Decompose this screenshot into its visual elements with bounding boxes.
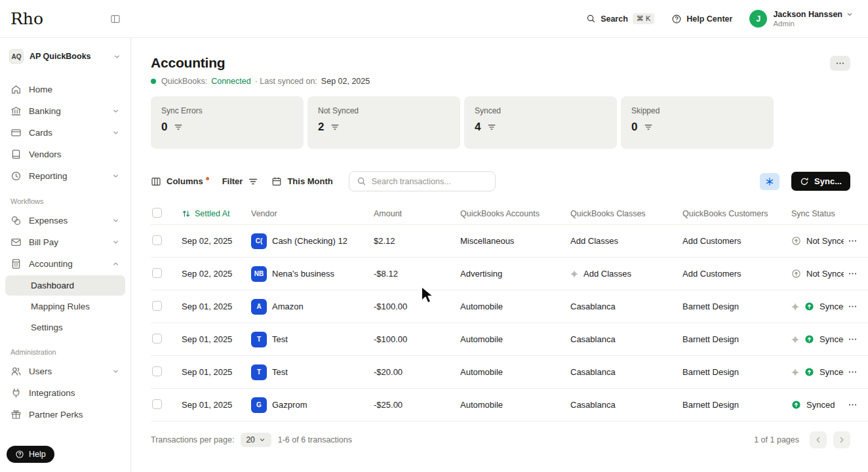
sync-button[interactable]: Sync... [791, 172, 850, 191]
stat-filter-button[interactable] [644, 123, 653, 132]
qb-account-cell[interactable]: Automobile [460, 400, 570, 410]
sidebar-item-accounting[interactable]: Accounting [5, 253, 125, 275]
synced-icon [804, 302, 814, 311]
period-button[interactable]: This Month [271, 176, 332, 187]
stat-filter-button[interactable] [174, 123, 183, 132]
row-actions-button[interactable] [844, 364, 861, 380]
not-synced-icon [791, 269, 801, 279]
row-select-checkbox[interactable] [152, 301, 162, 311]
row-actions-button[interactable] [844, 233, 861, 249]
per-page-select[interactable]: 20 [241, 433, 271, 447]
avatar: J [749, 10, 767, 28]
sidebar-item-bill-pay[interactable]: Bill Pay [5, 231, 125, 253]
row-actions-button[interactable] [844, 266, 861, 282]
filter-icon [248, 176, 258, 187]
qb-class-cell[interactable]: Casablanca [570, 400, 682, 410]
global-search-button[interactable]: Search ⌘ K [586, 13, 654, 24]
chevron-right-icon [837, 435, 846, 444]
header-qb-customers[interactable]: QuickBooks Customers [682, 209, 791, 218]
header-settled-at[interactable]: Settled At [172, 209, 251, 218]
row-actions-button[interactable] [844, 332, 861, 347]
ellipsis-icon [835, 58, 845, 68]
stat-label: Synced [475, 106, 606, 115]
qb-class-cell[interactable]: Casablanca [570, 302, 682, 311]
columns-icon [151, 176, 161, 187]
page-more-button[interactable] [830, 56, 850, 71]
qb-account-cell[interactable]: Automobile [460, 302, 570, 311]
stat-filter-button[interactable] [330, 123, 340, 132]
help-center-button[interactable]: Help Center [671, 14, 732, 24]
select-all-checkbox[interactable] [152, 208, 162, 218]
stat-filter-button[interactable] [487, 123, 496, 132]
sidebar-item-partner-perks[interactable]: Partner Perks [5, 404, 125, 425]
qb-customer-cell[interactable]: Barnett Design [682, 400, 791, 410]
qb-account-cell[interactable]: Automobile [460, 334, 570, 344]
help-button[interactable]: Help [7, 446, 54, 463]
sidebar-item-label: Integrations [29, 388, 75, 398]
sidebar-item-label: Expenses [29, 216, 68, 226]
qb-customer-cell[interactable]: Add Customers [682, 236, 791, 246]
qb-class-cell[interactable]: Casablanca [570, 367, 682, 377]
transaction-search-input[interactable] [372, 177, 488, 186]
sidebar-item-banking[interactable]: Banking [5, 100, 125, 122]
sidebar-item-cards[interactable]: Cards [5, 122, 125, 144]
row-actions-button[interactable] [844, 397, 861, 413]
stat-label: Sync Errors [161, 106, 293, 115]
vendor-avatar: C( [251, 233, 267, 249]
row-select-checkbox[interactable] [152, 399, 162, 409]
qb-customer-cell[interactable]: Barnett Design [682, 334, 791, 344]
ellipsis-icon [848, 334, 858, 344]
columns-badge-dot [206, 177, 209, 180]
qb-class-cell[interactable]: Add Classes [570, 236, 682, 246]
header-sync-status[interactable]: Sync Status [791, 209, 844, 218]
row-select-checkbox[interactable] [152, 366, 162, 376]
row-select-checkbox[interactable] [152, 334, 162, 344]
sidebar-item-label: Banking [29, 106, 61, 116]
sync-status-cell: Synced [791, 334, 844, 344]
columns-button[interactable]: Columns [151, 176, 209, 187]
sidebar-item-home[interactable]: Home [5, 79, 125, 100]
sidebar-item-label: Reporting [29, 171, 68, 181]
qb-customer-cell[interactable]: Barnett Design [682, 367, 791, 377]
header-qb-accounts[interactable]: QuickBooks Accounts [460, 209, 570, 218]
user-menu[interactable]: J Jackson Hanssen Admin [749, 10, 854, 28]
synced-icon [791, 400, 801, 410]
header-qb-classes[interactable]: QuickBooks Classes [570, 209, 682, 218]
row-actions-button[interactable] [844, 299, 861, 315]
help-center-label: Help Center [686, 14, 732, 24]
sidebar-item-users[interactable]: Users [5, 361, 125, 382]
sidebar-item-mapping-rules[interactable]: Mapping Rules [5, 296, 125, 317]
header-vendor[interactable]: Vendor [251, 209, 374, 218]
header-amount[interactable]: Amount [374, 209, 460, 218]
sidebar-item-label: Bill Pay [29, 237, 58, 247]
sync-status-text: Not Synced [806, 269, 844, 279]
qb-account-cell[interactable]: Automobile [460, 367, 570, 377]
qb-class-cell[interactable]: Casablanca [570, 334, 682, 344]
chevron-down-icon [111, 238, 120, 246]
period-label: This Month [287, 176, 332, 186]
qb-class-cell[interactable]: Add Classes [570, 269, 682, 279]
qb-customer-cell[interactable]: Barnett Design [682, 302, 791, 311]
workspace-switcher[interactable]: AQ AP QuickBooks [5, 46, 125, 67]
sidebar-item-reporting[interactable]: Reporting [5, 165, 125, 187]
sort-icon [182, 209, 191, 218]
sidebar-item-integrations[interactable]: Integrations [5, 382, 125, 404]
transaction-search[interactable] [349, 171, 496, 191]
next-page-button[interactable] [833, 431, 850, 448]
auto-sync-button[interactable] [760, 173, 779, 190]
row-select-checkbox[interactable] [152, 235, 162, 245]
chevron-down-icon [846, 10, 854, 18]
sidebar-collapse-button[interactable] [110, 14, 121, 24]
sidebar-item-vendors[interactable]: Vendors [5, 144, 125, 165]
filter-button[interactable]: Filter [222, 176, 259, 187]
prev-page-button[interactable] [810, 431, 827, 448]
sidebar-item-settings[interactable]: Settings [5, 317, 125, 338]
qb-account-cell[interactable]: Miscellaneous [460, 236, 570, 246]
sidebar-item-expenses[interactable]: Expenses [5, 210, 125, 231]
sidebar-item-dashboard[interactable]: Dashboard [5, 275, 125, 296]
qb-account-cell[interactable]: Advertising [460, 269, 570, 279]
settled-at-cell: Sep 02, 2025 [172, 269, 251, 279]
table-toolbar: Columns Filter This Month Sync... [151, 171, 868, 191]
row-select-checkbox[interactable] [152, 268, 162, 278]
qb-customer-cell[interactable]: Add Customers [682, 269, 791, 279]
